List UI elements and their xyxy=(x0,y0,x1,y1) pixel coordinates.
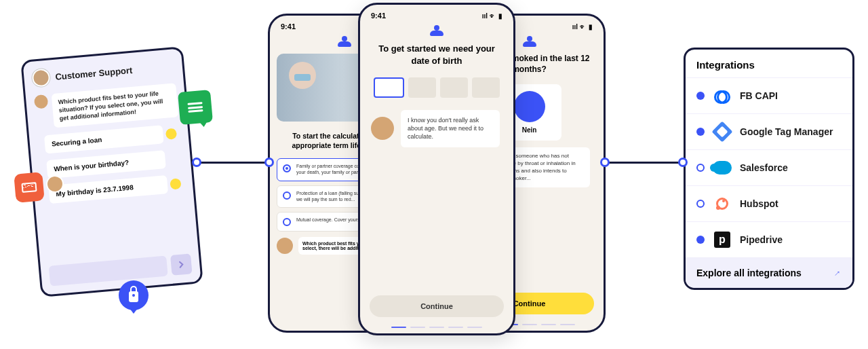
status-bar: 9:41 ııl ᯤ ▮ xyxy=(367,10,507,24)
footer-label: Explore all integrations xyxy=(696,268,802,278)
logo-icon xyxy=(430,25,443,36)
send-button[interactable] xyxy=(170,253,193,276)
quick-reply[interactable]: When is your birthday? xyxy=(46,151,166,179)
connector-node xyxy=(678,158,688,167)
image-person xyxy=(289,62,316,89)
helper-bubble: I know you don't really ask about age. B… xyxy=(401,110,500,147)
integration-item-pipedrive[interactable]: p Pipedrive xyxy=(686,222,852,258)
integration-label: Pipedrive xyxy=(740,234,783,245)
privacy-badge xyxy=(119,280,149,310)
radio-icon xyxy=(283,218,291,226)
integration-item-salesforce[interactable]: Salesforce xyxy=(686,150,852,186)
menu-icon xyxy=(187,102,203,113)
status-dot-icon xyxy=(696,200,705,208)
integration-item-fb-capi[interactable]: FB CAPI xyxy=(686,78,852,114)
chat-input[interactable] xyxy=(49,255,168,286)
integrations-title: Integrations xyxy=(686,50,852,78)
email-badge xyxy=(14,172,45,203)
wifi-icon: ᯤ xyxy=(490,12,496,20)
dob-field-year[interactable] xyxy=(440,77,468,98)
integration-label: FB CAPI xyxy=(740,90,778,101)
chat-message: Which product fits best to your life sit… xyxy=(34,83,179,130)
continue-label: Continue xyxy=(420,302,453,310)
radio-icon xyxy=(283,164,291,172)
dob-field-month[interactable] xyxy=(408,77,436,98)
pipedrive-icon: p xyxy=(713,230,732,249)
screen-heading: To get started we need your date of birt… xyxy=(367,43,507,67)
app-logo xyxy=(367,25,507,36)
battery-icon: ▮ xyxy=(589,23,593,31)
status-dot-icon xyxy=(696,92,705,100)
chat-title: Customer Support xyxy=(55,65,133,81)
integration-item-gtm[interactable]: Google Tag Manager xyxy=(686,114,852,150)
logo-icon xyxy=(523,36,536,47)
dob-field-group xyxy=(367,77,507,98)
explore-integrations-link[interactable]: Explore all integrations → xyxy=(686,258,852,288)
connector-node xyxy=(264,158,274,167)
logo-icon xyxy=(338,36,351,47)
quick-reply[interactable]: My birthday is 23.7.1998 xyxy=(48,175,168,204)
quick-reply-label: Securing a loan xyxy=(52,136,102,148)
chat-card: Customer Support Which product fits best… xyxy=(20,46,203,297)
chevron-right-icon xyxy=(177,260,186,269)
phone-screen-2: 9:41 ııl ᯤ ▮ To get started we need your… xyxy=(358,3,515,335)
continue-button[interactable]: Continue xyxy=(370,295,504,317)
status-dot-icon xyxy=(170,178,181,189)
integration-label: Hubspot xyxy=(740,198,778,209)
avatar xyxy=(371,117,394,140)
quick-reply-label: When is your birthday? xyxy=(54,159,130,173)
quick-reply[interactable]: Securing a loan xyxy=(44,126,164,154)
integration-label: Google Tag Manager xyxy=(740,126,833,137)
status-dot-icon xyxy=(696,236,705,244)
radio-icon xyxy=(283,191,291,200)
integration-label: Salesforce xyxy=(740,162,788,173)
integrations-card: Integrations FB CAPI Google Tag Manager … xyxy=(684,48,854,290)
helper-row: I know you don't really ask about age. B… xyxy=(367,110,507,147)
status-time: 9:41 xyxy=(281,22,296,31)
dob-field-day[interactable] xyxy=(374,77,404,98)
avatar xyxy=(34,94,49,109)
status-dot-icon xyxy=(696,128,705,136)
dob-field-extra[interactable] xyxy=(472,77,500,98)
gtm-icon xyxy=(713,122,732,141)
signal-icon: ııl xyxy=(572,23,578,31)
chat-input-row xyxy=(49,253,193,286)
connector-node xyxy=(600,158,610,167)
salesforce-icon xyxy=(713,158,732,177)
connector-node xyxy=(192,158,201,167)
chat-header: Customer Support xyxy=(31,57,174,87)
hubspot-icon xyxy=(713,194,732,213)
wifi-icon: ᯤ xyxy=(580,23,587,31)
battery-icon: ▮ xyxy=(498,12,502,20)
signal-icon: ııl xyxy=(482,12,488,20)
progress-indicator xyxy=(360,327,513,329)
avatar xyxy=(31,68,50,87)
status-time: 9:41 xyxy=(371,12,386,20)
chat-badge xyxy=(178,90,213,125)
meta-icon xyxy=(713,86,732,105)
continue-label: Continue xyxy=(513,299,546,308)
message-bubble: Which product fits best to your life sit… xyxy=(52,83,179,128)
quick-reply-label: My birthday is 23.7.1998 xyxy=(56,184,134,198)
arrow-right-icon: → xyxy=(829,265,844,280)
lock-icon xyxy=(129,291,138,302)
avatar xyxy=(277,238,293,254)
status-dot-icon xyxy=(165,128,177,139)
integration-item-hubspot[interactable]: Hubspot xyxy=(686,186,852,222)
status-dot-icon xyxy=(696,164,705,172)
choice-circle-icon xyxy=(514,91,545,122)
envelope-icon xyxy=(21,182,37,193)
